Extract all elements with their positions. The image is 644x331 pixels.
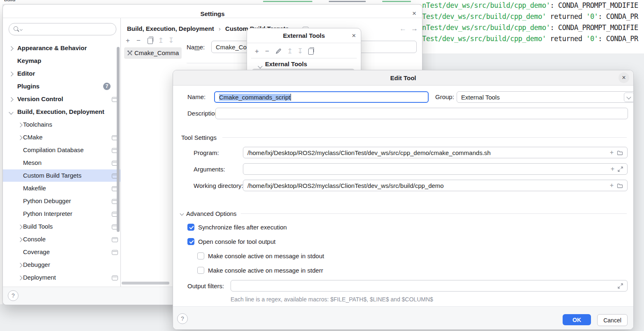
move-down-icon[interactable]: ↧ [297, 48, 303, 55]
sidebar-item-python-debugger[interactable]: Python Debugger [3, 195, 120, 207]
cancel-button[interactable]: Cancel [597, 314, 628, 326]
sidebar-item-cmake[interactable]: CMake [3, 131, 120, 144]
forward-arrow-icon[interactable]: → [411, 25, 418, 33]
duplicate-icon[interactable] [148, 38, 153, 44]
sidebar-item-deployment[interactable]: Deployment [3, 271, 120, 284]
terminal-text-segment: returned [546, 35, 586, 43]
sidebar-item-compilation-database[interactable]: Compilation Database [3, 144, 120, 156]
add-tool-icon[interactable]: + [255, 48, 259, 55]
sidebar-item-keymap[interactable]: Keymap [3, 55, 120, 67]
terminal-text-segment: : CONDA_PROMPT_MODIFIE [550, 23, 638, 32]
insert-macro-icon[interactable]: + [610, 149, 614, 156]
chevron-down-icon[interactable] [258, 64, 262, 68]
close-icon[interactable]: × [619, 72, 629, 83]
sidebar-item-plugins[interactable]: Plugins7 [3, 80, 120, 93]
insert-macro-icon[interactable]: + [610, 182, 614, 189]
sidebar-item-custom-build-targets[interactable]: Custom Build Targets [3, 169, 120, 182]
chevron-right-icon[interactable] [9, 46, 13, 51]
tool-name-input[interactable]: Cmake_commands_script [214, 91, 429, 103]
unchecked-checkbox[interactable] [197, 252, 204, 259]
move-up-icon[interactable]: ↥ [287, 48, 293, 55]
sidebar-item-python-interpreter[interactable]: Python Interpreter [3, 208, 120, 220]
collapse-chevron-icon[interactable] [180, 212, 184, 216]
sidebar-item-meson[interactable]: Meson [3, 157, 120, 169]
duplicate-icon[interactable] [308, 49, 314, 55]
checked-checkbox[interactable] [187, 238, 194, 245]
folder-icon[interactable] [617, 150, 623, 155]
expand-icon[interactable] [618, 167, 623, 172]
name-label-post: e: [200, 44, 205, 51]
tool-name-selected-text: Cmake_commands_script [219, 94, 291, 101]
chevron-right-icon[interactable] [9, 72, 13, 76]
program-input[interactable]: /home/lxj/Desktop/ROS2/myclass/ClionTest… [243, 147, 628, 158]
chevron-right-icon[interactable] [18, 237, 22, 242]
terminal-text-segment: : CONDA_PROMPT_MODIFIE [550, 1, 638, 9]
sidebar-item-console[interactable]: Console [3, 233, 120, 245]
arguments-input[interactable]: + [243, 163, 628, 175]
chevron-right-icon[interactable] [18, 123, 22, 127]
sidebar-item-build-tools[interactable]: Build Tools [3, 220, 120, 233]
expand-icon[interactable] [618, 283, 623, 289]
external-tools-group-node[interactable]: External Tools [265, 60, 307, 67]
insert-macro-icon[interactable]: + [611, 166, 614, 172]
breadcrumb-parent[interactable]: Build, Execution, Deployment [127, 25, 214, 32]
form-separator [187, 63, 248, 63]
sidebar-item-coverage[interactable]: Coverage [3, 246, 120, 258]
close-icon[interactable]: × [352, 32, 356, 39]
program-value: /home/lxj/Desktop/ROS2/myclass/ClionTest… [247, 149, 610, 156]
add-target-icon[interactable]: + [126, 37, 130, 44]
advanced-options-section-label[interactable]: Advanced Options [186, 210, 237, 217]
move-down-icon[interactable]: ↧ [168, 37, 174, 44]
sidebar-item-debugger[interactable]: Debugger [3, 259, 120, 271]
help-icon[interactable]: ? [8, 290, 18, 301]
settings-search-input[interactable] [9, 23, 116, 35]
remove-target-icon[interactable]: − [136, 37, 141, 44]
sidebar-item-version-control[interactable]: Version Control [3, 93, 120, 105]
background-project-tree-fragment: build [4, 0, 15, 2]
folder-icon[interactable] [617, 183, 623, 188]
unchecked-checkbox[interactable] [197, 267, 204, 274]
chevron-right-icon[interactable] [18, 225, 22, 229]
search-icon-handle [17, 30, 19, 32]
chevron-down-icon[interactable] [9, 110, 13, 114]
remove-tool-icon[interactable]: − [265, 48, 269, 55]
screen-icon [112, 275, 118, 280]
sidebar-scrollbar[interactable] [117, 47, 120, 232]
search-history-chevron-icon[interactable] [20, 28, 23, 31]
chevron-right-icon[interactable] [18, 263, 22, 267]
custom-build-target-list-item[interactable]: Cmake_Comma [124, 47, 182, 59]
sidebar-item-toolchains[interactable]: Toolchains [3, 118, 120, 131]
terminal-text-segment: nTest/dev_ws/src/build/cpp_demo' [422, 1, 550, 9]
description-input[interactable] [215, 108, 628, 119]
sidebar-item-label: Plugins [17, 80, 39, 93]
section-separator [241, 213, 627, 214]
help-icon[interactable]: ? [177, 313, 188, 324]
sidebar-item-build-execution-deployment[interactable]: Build, Execution, Deployment [3, 106, 120, 118]
checked-checkbox[interactable] [187, 224, 194, 231]
close-glyph: × [622, 74, 626, 81]
sidebar-item-appearance-behavior[interactable]: Appearance & Behavior [3, 42, 120, 54]
ok-button[interactable]: OK [563, 314, 591, 325]
tool-settings-section-label: Tool Settings [181, 134, 217, 141]
name-field-label: Name: [187, 44, 205, 51]
output-filters-input[interactable] [231, 280, 628, 292]
sidebar-item-label: Custom Build Targets [23, 169, 81, 182]
dropdown-button[interactable] [624, 93, 634, 102]
terminal-line: nTest/dev_ws/src/build/cpp_demo': CONDA_… [422, 23, 638, 32]
sidebar-item-label: Makefile [23, 182, 46, 194]
sidebar-item-makefile[interactable]: Makefile [3, 182, 120, 194]
sidebar-item-editor[interactable]: Editor [3, 67, 120, 80]
group-dropdown[interactable]: External Tools [457, 91, 634, 103]
chevron-right-icon[interactable] [18, 275, 22, 280]
toolbar-separator [251, 58, 357, 58]
back-arrow-icon[interactable]: ← [399, 25, 406, 33]
chevron-right-icon[interactable] [9, 97, 13, 102]
horizontal-scrollbar[interactable] [122, 282, 169, 285]
move-up-icon[interactable]: ↥ [158, 37, 164, 44]
close-icon[interactable]: × [412, 10, 416, 17]
screen-icon [112, 237, 118, 242]
edit-pencil-icon[interactable] [275, 48, 282, 54]
chevron-down-icon [626, 95, 631, 99]
working-directory-input[interactable]: /home/lxj/Desktop/ROS2/myclass/ClionTest… [243, 180, 628, 191]
chevron-right-icon[interactable] [18, 135, 22, 140]
